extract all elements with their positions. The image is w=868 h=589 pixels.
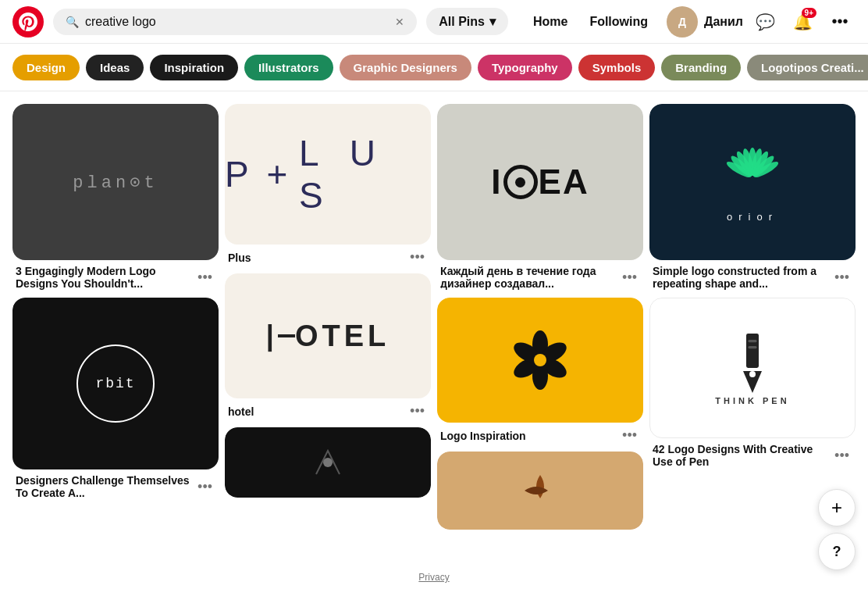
- pinterest-logo-button[interactable]: [12, 6, 44, 37]
- messages-icon: 💬: [756, 12, 775, 31]
- question-icon: ?: [833, 544, 841, 549]
- grid-column-2: P + L U S Plus ••• | OTEL: [225, 104, 431, 536]
- pin-more-button[interactable]: •••: [407, 249, 428, 266]
- pin-card[interactable]: I EA Каждый день в течение года дизайнер…: [437, 104, 643, 291]
- pin-title: Simple logo constructed from a repeating…: [653, 265, 831, 290]
- notification-badge: 9+: [802, 8, 816, 18]
- pin-card[interactable]: THINK PEN 42 Logo Designs With Creative …: [649, 298, 856, 469]
- category-graphic-designers[interactable]: Graphic Designers: [340, 55, 471, 80]
- category-ideas[interactable]: Ideas: [86, 55, 144, 80]
- svg-rect-21: [748, 346, 756, 348]
- category-illustrators[interactable]: Illustrators: [244, 55, 333, 80]
- notifications-button[interactable]: 🔔 9+: [787, 6, 818, 37]
- pin-title: 42 Logo Designs With Creative Use of Pen: [653, 443, 831, 468]
- pin-card[interactable]: Logo Inspiration •••: [437, 298, 643, 445]
- pin-card[interactable]: plan⊙t 3 Engagingly Modern Logo Designs …: [12, 104, 219, 291]
- pin-more-button[interactable]: •••: [831, 448, 852, 464]
- clear-search-button[interactable]: ✕: [395, 16, 404, 28]
- category-pills: Design Ideas Inspiration Illustrators Gr…: [0, 44, 868, 91]
- add-button[interactable]: +: [818, 489, 856, 527]
- avatar[interactable]: Д: [667, 6, 698, 37]
- pins-grid: plan⊙t 3 Engagingly Modern Logo Designs …: [0, 91, 868, 548]
- main-nav: Home Following: [524, 9, 657, 35]
- svg-rect-17: [746, 334, 759, 368]
- search-bar: 🔍 ✕: [53, 9, 417, 35]
- pin-title: 3 Engagingly Modern Logo Designs You Sho…: [16, 265, 194, 290]
- rbit-logo: rbit: [76, 344, 155, 423]
- svg-point-0: [323, 458, 333, 467]
- pin-title: Designers Challenge Themselves To Create…: [16, 474, 194, 499]
- pin-title: Каждый день в течение года дизайнер созд…: [440, 265, 619, 290]
- svg-rect-20: [748, 340, 756, 342]
- pinterest-logo-icon: [19, 12, 37, 31]
- pin-label: 42 Logo Designs With Creative Use of Pen…: [649, 438, 856, 469]
- pin-title: hotel: [228, 405, 407, 418]
- planet-logo: plan⊙t: [73, 172, 158, 193]
- plus-logo: P + L U S: [225, 132, 431, 216]
- filter-button[interactable]: All Pins ▾: [426, 8, 508, 35]
- plus-icon: +: [831, 497, 842, 519]
- pin-label: Logo Inspiration •••: [437, 423, 643, 445]
- pin-title: Plus: [228, 252, 407, 264]
- pin-more-button[interactable]: •••: [619, 270, 640, 286]
- pin-card[interactable]: | OTEL hotel •••: [225, 273, 431, 421]
- svg-point-19: [749, 371, 756, 377]
- pin-more-button[interactable]: •••: [831, 270, 852, 286]
- bee-logo: [509, 329, 571, 391]
- pin-title: Logo Inspiration: [440, 430, 619, 442]
- pin-label: Plus •••: [225, 245, 431, 267]
- orior-name: orior: [727, 211, 778, 223]
- pin-card[interactable]: [437, 452, 643, 530]
- search-input[interactable]: [85, 15, 389, 29]
- pin-card[interactable]: rbit Designers Challenge Themselves To C…: [12, 298, 219, 501]
- following-nav-button[interactable]: Following: [580, 9, 657, 35]
- orior-logo: [721, 142, 784, 205]
- pin-card[interactable]: orior Simple logo constructed from a rep…: [649, 104, 856, 291]
- pin-label: 3 Engagingly Modern Logo Designs You Sho…: [12, 260, 219, 291]
- grid-column-4: orior Simple logo constructed from a rep…: [649, 104, 856, 536]
- category-typography[interactable]: Typography: [478, 55, 572, 80]
- pin-label: Simple logo constructed from a repeating…: [649, 260, 856, 291]
- pin-label: hotel •••: [225, 398, 431, 421]
- pin-more-button[interactable]: •••: [619, 427, 640, 444]
- more-icon: •••: [831, 12, 848, 30]
- idea-logo: I EA: [491, 162, 589, 202]
- category-design[interactable]: Design: [12, 55, 80, 80]
- abstract-logo: [517, 467, 564, 514]
- messages-button[interactable]: 💬: [749, 6, 781, 37]
- category-symbols[interactable]: Symbols: [578, 55, 656, 80]
- category-inspiration[interactable]: Inspiration: [150, 55, 238, 80]
- grid-column-1: plan⊙t 3 Engagingly Modern Logo Designs …: [12, 104, 219, 536]
- username-button[interactable]: Данил: [704, 15, 743, 29]
- svg-point-7: [534, 354, 546, 366]
- chevron-down-icon: ▾: [489, 14, 496, 29]
- app-header: 🔍 ✕ All Pins ▾ Home Following Д Данил 💬 …: [0, 0, 868, 44]
- dark-card-icon: [304, 443, 351, 482]
- pin-label: Каждый день в течение года дизайнер созд…: [437, 260, 643, 291]
- pin-more-button[interactable]: •••: [194, 479, 215, 495]
- grid-column-3: I EA Каждый день в течение года дизайнер…: [437, 104, 643, 536]
- pin-card[interactable]: [225, 427, 431, 498]
- more-options-button[interactable]: •••: [824, 6, 856, 37]
- category-branding[interactable]: Branding: [661, 55, 741, 80]
- filter-label: All Pins: [439, 15, 485, 29]
- header-user-area: Д Данил 💬 🔔 9+ •••: [667, 6, 856, 37]
- pen-logo: [733, 330, 772, 393]
- hotel-logo: | OTEL: [266, 319, 390, 353]
- home-nav-button[interactable]: Home: [524, 9, 577, 35]
- category-logotipos[interactable]: Logotipos Creati...: [747, 55, 868, 80]
- think-pen-label: THINK PEN: [715, 396, 789, 405]
- pin-card[interactable]: P + L U S Plus •••: [225, 104, 431, 267]
- pin-more-button[interactable]: •••: [194, 270, 215, 286]
- pin-more-button[interactable]: •••: [407, 403, 428, 419]
- pin-label: Designers Challenge Themselves To Create…: [12, 469, 219, 501]
- search-icon: 🔍: [66, 16, 79, 28]
